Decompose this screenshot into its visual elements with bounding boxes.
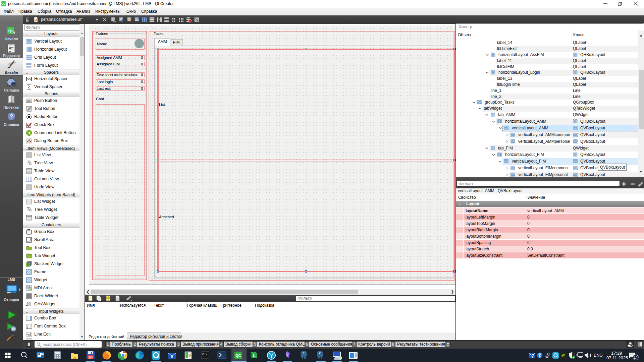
svg-text:L: L — [253, 353, 255, 358]
svg-text:07.11.2025: 07.11.2025 — [606, 355, 628, 360]
svg-text:QC: QC — [235, 354, 241, 358]
svg-text:17:29: 17:29 — [611, 351, 622, 356]
svg-text:ENG: ENG — [594, 353, 603, 358]
svg-text:Qt: Qt — [8, 28, 13, 33]
svg-text:b: b — [171, 354, 173, 358]
svg-text:C:\_: C:\_ — [202, 353, 209, 356]
svg-text:123: 123 — [135, 18, 139, 20]
svg-text:14: 14 — [634, 356, 638, 359]
svg-text:?: ? — [10, 114, 13, 119]
